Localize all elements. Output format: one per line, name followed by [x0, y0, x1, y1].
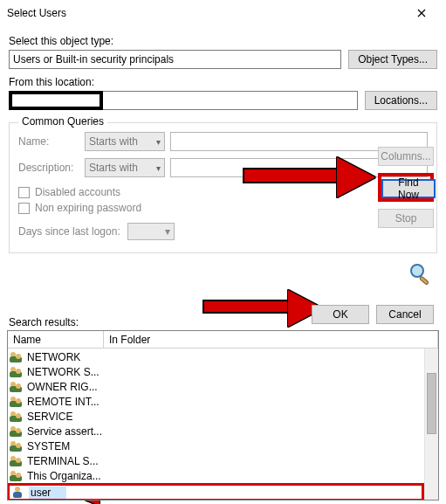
- svg-point-0: [411, 265, 423, 277]
- disabled-accounts-label: Disabled accounts: [35, 186, 120, 198]
- group-icon: [10, 411, 24, 423]
- group-icon: [10, 425, 24, 438]
- results-listview[interactable]: Name In Folder NETWORKNETWORK S...OWNER …: [7, 330, 439, 501]
- scrollbar[interactable]: [424, 349, 438, 500]
- list-item-label: SYSTEM: [27, 440, 70, 452]
- common-queries-group: Common Queries Name: Starts with ▾ Descr…: [9, 122, 437, 253]
- window-title: Select Users: [7, 7, 66, 19]
- object-type-input[interactable]: [9, 50, 341, 69]
- ok-button[interactable]: OK: [312, 305, 369, 324]
- common-queries-legend: Common Queries: [18, 115, 107, 128]
- description-label: Description:: [18, 162, 79, 174]
- non-expiring-label: Non expiring password: [35, 202, 141, 214]
- list-item[interactable]: SYSTEM: [8, 438, 424, 453]
- find-now-button[interactable]: Find Now: [381, 179, 436, 198]
- svg-rect-1: [419, 276, 429, 285]
- list-item-label: Service assert...: [27, 425, 102, 438]
- titlebar: Select Users: [0, 0, 446, 26]
- group-icon: [10, 366, 24, 378]
- group-icon: [10, 351, 24, 363]
- list-item-label: NETWORK S...: [27, 366, 99, 378]
- list-item-label: OWNER RIG...: [27, 381, 98, 393]
- list-item[interactable]: Service assert...: [8, 424, 424, 438]
- group-icon: [10, 381, 24, 393]
- search-results-label: Search results:: [9, 316, 79, 328]
- list-item-label: REMOTE INT...: [27, 396, 99, 408]
- list-item[interactable]: This Organiza...: [8, 468, 424, 483]
- columns-button[interactable]: Columns...: [378, 147, 434, 166]
- list-item[interactable]: REMOTE INT...: [8, 394, 424, 409]
- list-item-label: TERMINAL S...: [27, 455, 99, 467]
- list-item-label: user: [29, 487, 66, 499]
- find-now-highlight: Find Now: [378, 173, 434, 202]
- non-expiring-checkbox[interactable]: [18, 203, 30, 214]
- location-input[interactable]: [103, 91, 358, 110]
- list-item[interactable]: SERVICE: [8, 409, 424, 424]
- search-icon: [406, 261, 434, 286]
- column-header-name[interactable]: Name: [8, 331, 104, 348]
- object-type-label: Select this object type:: [9, 35, 437, 47]
- chevron-down-icon: ▾: [156, 163, 161, 173]
- days-since-select[interactable]: ▾: [127, 223, 175, 240]
- scrollbar-thumb[interactable]: [427, 373, 436, 434]
- close-button[interactable]: [404, 1, 439, 25]
- chevron-down-icon: ▾: [165, 225, 170, 238]
- list-item[interactable]: user: [8, 483, 424, 500]
- from-location-label: From this location:: [9, 76, 437, 88]
- column-header-in-folder[interactable]: In Folder: [104, 331, 438, 348]
- group-icon: [10, 440, 24, 452]
- name-match-select[interactable]: Starts with ▾: [85, 132, 165, 151]
- list-item-label: This Organiza...: [27, 470, 101, 482]
- stop-button[interactable]: Stop: [378, 209, 434, 228]
- list-item-label: NETWORK: [27, 351, 80, 363]
- cancel-button[interactable]: Cancel: [376, 305, 434, 324]
- list-item[interactable]: OWNER RIG...: [8, 379, 424, 394]
- group-icon: [10, 455, 24, 467]
- name-match-value: Starts with: [89, 135, 138, 148]
- object-types-button[interactable]: Object Types...: [348, 50, 437, 69]
- name-label: Name:: [18, 135, 79, 148]
- chevron-down-icon: ▾: [156, 137, 161, 147]
- description-match-value: Starts with: [89, 162, 138, 174]
- group-icon: [10, 396, 24, 408]
- close-icon: [417, 9, 426, 17]
- days-since-label: Days since last logon:: [18, 225, 120, 238]
- results-header: Name In Folder: [8, 331, 438, 349]
- list-item[interactable]: NETWORK: [8, 349, 424, 364]
- description-match-select[interactable]: Starts with ▾: [85, 158, 165, 177]
- list-item[interactable]: TERMINAL S...: [8, 453, 424, 468]
- group-icon: [10, 470, 24, 482]
- location-redacted-box: [9, 91, 103, 110]
- locations-button[interactable]: Locations...: [365, 91, 437, 110]
- user-icon: [11, 487, 25, 499]
- list-item-label: SERVICE: [27, 411, 72, 423]
- disabled-accounts-checkbox[interactable]: [18, 187, 30, 198]
- list-item[interactable]: NETWORK S...: [8, 364, 424, 379]
